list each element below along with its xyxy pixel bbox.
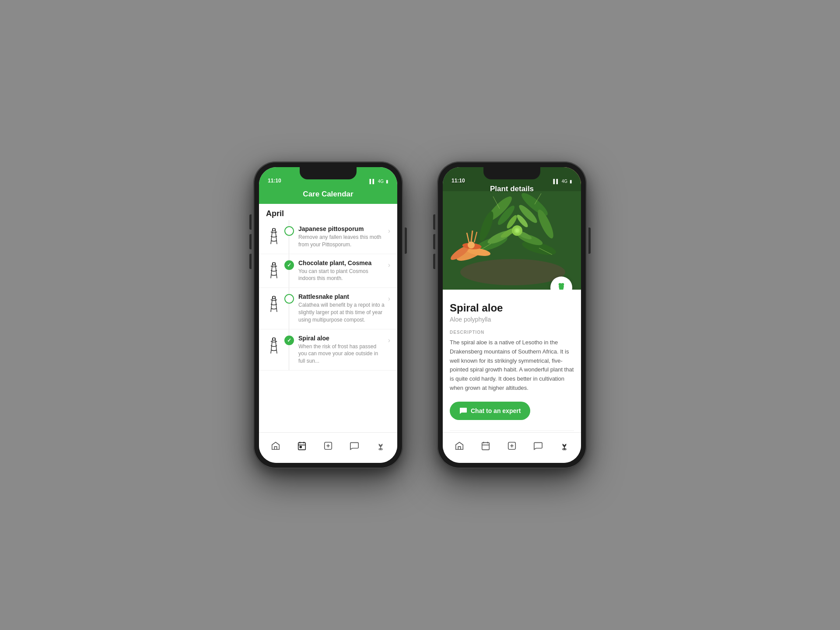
phones-container: 11:10 ▌▌ 4G ▮ Care Calendar April (254, 162, 586, 468)
item-desc-4: When the risk of frost has passed you ca… (298, 343, 386, 365)
item-title-2: Chocolate plant, Cosmea (298, 259, 386, 266)
tab-plant-2[interactable] (555, 436, 574, 455)
plant-pot-icon (556, 282, 567, 290)
care-item-2[interactable]: Chocolate plant, Cosmea You can start to… (259, 254, 397, 288)
svg-rect-16 (300, 446, 301, 448)
pruner-svg-2 (267, 262, 280, 279)
item-title-3: Rattlesnake plant (298, 293, 386, 300)
tab-plant-1[interactable] (371, 436, 390, 455)
home-icon-2 (455, 441, 464, 451)
tab-chat-1[interactable] (345, 436, 364, 455)
tab-calendar-2[interactable] (476, 436, 495, 455)
svg-point-48 (468, 242, 475, 248)
phone-2-screen: 11:10 ▌▌ 4G ▮ Plant details (443, 167, 581, 463)
tab-bar-1 (259, 432, 397, 463)
tab-home-1[interactable] (266, 436, 285, 455)
notch-2 (483, 167, 540, 179)
item-text-3: Rattlesnake plant Calathea will benefit … (298, 293, 386, 323)
plant-nav-title: Plant details (490, 185, 534, 193)
status-icons-2: ▌▌ 4G ▮ (553, 179, 572, 184)
tab-chat-2[interactable] (528, 436, 548, 455)
chevron-2: › (388, 261, 390, 269)
battery-icon-2: ▮ (570, 179, 572, 184)
item-dot-3 (284, 294, 294, 304)
item-dot-1 (284, 226, 294, 236)
add-icon-2 (507, 441, 517, 451)
carrier-label-2: 4G (562, 179, 567, 184)
tab-add-2[interactable] (502, 436, 522, 455)
chevron-1: › (388, 227, 390, 235)
svg-point-22 (460, 259, 565, 285)
chevron-4: › (388, 336, 390, 344)
item-desc-3: Calathea will benefit by a repot into a … (298, 301, 386, 323)
item-dot-4 (284, 336, 294, 345)
item-title-4: Spiral aloe (298, 335, 386, 342)
chat-button-label: Chat to an expert (471, 407, 521, 414)
pruner-svg-4 (267, 337, 280, 354)
care-item-3[interactable]: Rattlesnake plant Calathea will benefit … (259, 288, 397, 329)
signal-icon: ▌▌ (369, 179, 375, 184)
signal-icon-2: ▌▌ (553, 179, 559, 184)
care-item-4[interactable]: Spiral aloe When the risk of frost has p… (259, 329, 397, 371)
plant-description-text: The spiral aloe is a native of Lesotho i… (450, 338, 574, 393)
battery-icon: ▮ (386, 179, 388, 184)
chat-icon-2 (533, 441, 543, 451)
calendar-icon-2 (481, 441, 490, 451)
svg-point-11 (273, 338, 275, 340)
chat-button-icon (459, 407, 467, 415)
plant-icon-tab-2 (560, 441, 569, 451)
tab-calendar-1[interactable] (292, 436, 312, 455)
care-item-1[interactable]: Japanese pittosporum Remove any fallen l… (259, 220, 397, 254)
status-time-2: 11:10 (452, 178, 465, 184)
add-icon (323, 441, 333, 451)
item-title-1: Japanese pittosporum (298, 225, 386, 232)
care-list: Japanese pittosporum Remove any fallen l… (259, 220, 397, 432)
calendar-month: April (259, 204, 397, 220)
screen-content-1: April (259, 204, 397, 432)
plant-image-area: 11:10 ▌▌ 4G ▮ Plant details (443, 167, 581, 290)
phone-2-frame: 11:10 ▌▌ 4G ▮ Plant details (438, 162, 586, 468)
plant-nav-overlay: Plant details (443, 185, 581, 193)
notch-1 (300, 167, 357, 179)
plant-tool-icon-2 (266, 259, 282, 281)
plant-tool-icon-4 (266, 335, 282, 357)
item-desc-2: You can start to plant Cosmos indoors th… (298, 268, 386, 283)
item-desc-1: Remove any fallen leaves this moth from … (298, 234, 386, 248)
item-dot-2 (284, 260, 294, 270)
tab-bar-2 (443, 432, 581, 463)
status-icons-1: ▌▌ 4G ▮ (369, 179, 388, 184)
description-label: DESCRIPTION (450, 330, 574, 335)
pruner-svg-1 (267, 228, 280, 245)
phone-1-frame: 11:10 ▌▌ 4G ▮ Care Calendar April (254, 162, 402, 468)
plant-common-name: Spiral aloe (450, 302, 574, 314)
item-text-4: Spiral aloe When the risk of frost has p… (298, 335, 386, 365)
svg-point-2 (273, 228, 275, 231)
phone-1-screen: 11:10 ▌▌ 4G ▮ Care Calendar April (259, 167, 397, 463)
svg-point-5 (273, 262, 275, 265)
item-text-1: Japanese pittosporum Remove any fallen l… (298, 225, 386, 248)
svg-point-8 (273, 296, 275, 299)
section-divider (450, 430, 574, 431)
tab-add-1[interactable] (318, 436, 338, 455)
nav-title-1: Care Calendar (303, 190, 353, 198)
pruner-svg-3 (267, 295, 280, 313)
home-icon (271, 441, 280, 451)
chevron-3: › (388, 295, 390, 303)
nav-bar-1: Care Calendar (259, 186, 397, 204)
svg-point-39 (515, 229, 519, 232)
carrier-label: 4G (378, 179, 384, 184)
svg-rect-54 (482, 442, 490, 449)
timeline-line-2 (289, 254, 289, 288)
plant-tool-icon-3 (266, 293, 282, 315)
chat-expert-button[interactable]: Chat to an expert (450, 402, 530, 420)
plant-scientific-name: Aloe polyphylla (450, 316, 574, 323)
tab-home-2[interactable] (450, 436, 469, 455)
timeline-line (289, 220, 289, 254)
status-time-1: 11:10 (268, 178, 281, 184)
svg-rect-12 (298, 442, 306, 449)
chat-icon (350, 441, 359, 451)
plant-tool-icon-1 (266, 225, 282, 247)
item-text-2: Chocolate plant, Cosmea You can start to… (298, 259, 386, 283)
calendar-icon (297, 441, 307, 451)
plant-icon-tab (376, 441, 385, 451)
